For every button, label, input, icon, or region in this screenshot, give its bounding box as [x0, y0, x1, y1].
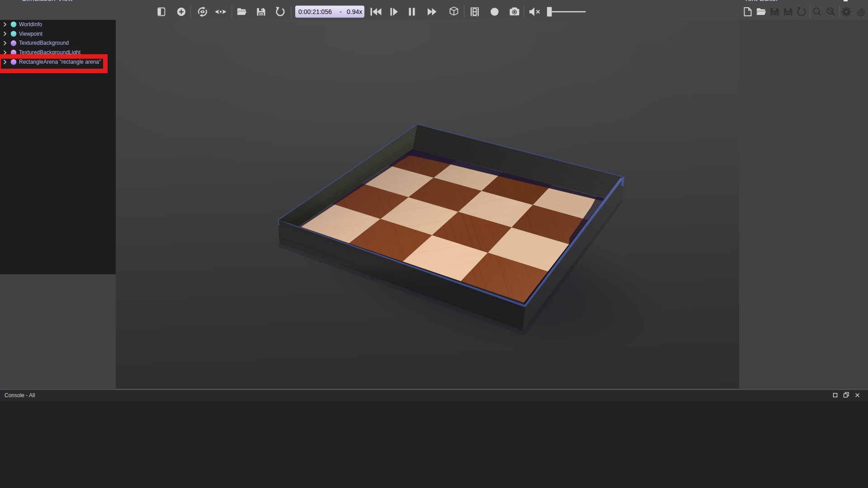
svg-text:0:00:21:056: 0:00:21:056 [298, 8, 332, 15]
svg-text:-: - [340, 8, 342, 15]
svg-text:0.94x: 0.94x [347, 8, 362, 15]
